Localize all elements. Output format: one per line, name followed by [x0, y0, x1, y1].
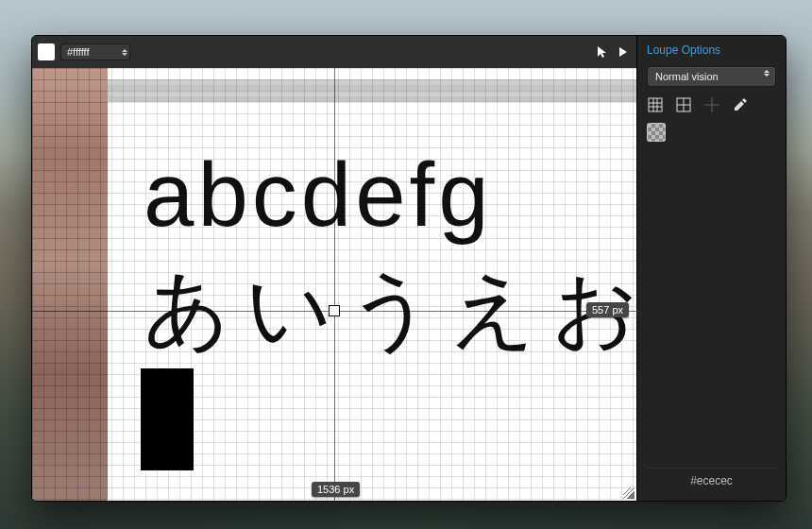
grid-3x3-icon[interactable] — [647, 96, 664, 113]
sample-text-line-2: あいうえお — [144, 252, 636, 367]
svg-rect-0 — [649, 98, 662, 111]
loupe-tool-row — [647, 96, 776, 113]
eyedropper-icon[interactable] — [732, 96, 749, 113]
hover-hex-readout: #ececec — [647, 468, 776, 493]
hex-stepper[interactable] — [122, 49, 131, 56]
sampled-swatch[interactable] — [647, 123, 666, 142]
toolbar: #ffffff — [32, 36, 636, 68]
magnifier-viewport[interactable]: abcdefg あいうえお 557 px 1536 px — [32, 68, 636, 501]
loupe-options-sidebar: Loupe Options Normal vision #ececec — [636, 36, 786, 501]
vision-simulation-value: Normal vision — [655, 71, 719, 82]
play-icon[interactable] — [616, 44, 631, 60]
crosshair-vertical — [334, 68, 335, 501]
pointer-icon[interactable] — [595, 44, 610, 60]
sampled-titlebar-strip — [108, 79, 636, 102]
loupe-window: #ffffff abcdefg あいうえお 557 px 1536 px Lou… — [31, 35, 787, 502]
text-caret-block — [141, 368, 194, 470]
sample-text-line-1: abcdefg — [144, 144, 493, 247]
sampled-swatch-row — [647, 123, 776, 142]
cursor-y-label: 557 px — [586, 302, 629, 317]
sampled-edge-strip — [32, 68, 108, 501]
vision-simulation-select[interactable]: Normal vision — [647, 66, 776, 87]
cursor-x-label: 1536 px — [312, 482, 360, 497]
current-color-swatch[interactable] — [38, 43, 55, 60]
crosshair-center — [329, 305, 340, 316]
hex-color-field[interactable]: #ffffff — [60, 43, 130, 60]
grid-2x2-icon[interactable] — [675, 96, 692, 113]
sidebar-title: Loupe Options — [647, 43, 776, 57]
crosshair-icon[interactable] — [703, 96, 720, 113]
resize-grip[interactable] — [623, 487, 634, 499]
